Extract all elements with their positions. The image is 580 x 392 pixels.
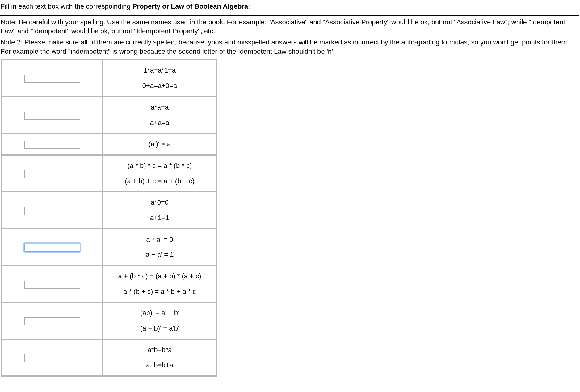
formula-text: a * (b + c) = a * b + a * c — [103, 284, 216, 299]
formula-text: a + a' = 1 — [103, 247, 216, 262]
formula-cell: a*a=aa+a=a — [103, 97, 217, 133]
formula-text: a*b=b*a — [103, 342, 216, 358]
table-row: a*a=aa+a=a — [2, 97, 217, 133]
answer-input[interactable] — [24, 112, 80, 120]
formula-text: (a')' = a — [103, 136, 216, 152]
answer-cell — [2, 192, 103, 228]
answer-input[interactable] — [24, 244, 80, 252]
divider — [0, 15, 579, 16]
instruction-bold: Property or Law of Boolean Algebra — [132, 2, 248, 10]
formula-text: a+1=1 — [103, 210, 216, 226]
instruction-main: Fill in each text box with the correspoi… — [1, 2, 579, 11]
answer-cell — [2, 339, 103, 376]
answer-cell — [2, 60, 103, 96]
instruction-pre: Fill in each text box with the correspoi… — [1, 2, 132, 10]
table-row: a*b=b*aa+b=b+a — [2, 339, 217, 376]
formula-text: (a * b) * c = a * (b * c) — [103, 158, 216, 173]
formula-text: a+a=a — [103, 115, 216, 131]
answer-input[interactable] — [24, 170, 80, 178]
formula-cell: a*0=0a+1=1 — [103, 192, 217, 228]
formula-text: (ab)' = a' + b' — [103, 305, 216, 321]
formula-cell: (a * b) * c = a * (b * c)(a + b) + c = a… — [103, 155, 217, 192]
formula-cell: (ab)' = a' + b'(a + b)' = a'b' — [103, 302, 217, 339]
answer-cell — [2, 155, 103, 192]
answer-input[interactable] — [24, 141, 80, 149]
formula-text: a + (b * c) = (a + b) * (a + c) — [103, 269, 216, 284]
formula-text: 1*a=a*1=a — [103, 63, 216, 78]
formula-text: a+b=b+a — [103, 357, 216, 373]
answer-input[interactable] — [24, 75, 80, 83]
answer-input[interactable] — [24, 207, 80, 215]
table-row: (a')' = a — [2, 133, 217, 155]
table-row: a + (b * c) = (a + b) * (a + c)a * (b + … — [2, 265, 217, 302]
table-row: a * a' = 0a + a' = 1 — [2, 229, 217, 265]
formula-text: (a + b)' = a'b' — [103, 321, 216, 336]
answer-input[interactable] — [24, 317, 80, 325]
answer-cell — [2, 265, 103, 302]
note-1: Note: Be careful with your spelling. Use… — [1, 18, 579, 36]
table-row: a*0=0a+1=1 — [2, 192, 217, 228]
instruction-post: : — [248, 2, 250, 10]
table-row: (ab)' = a' + b'(a + b)' = a'b' — [2, 302, 217, 339]
table-row: 1*a=a*1=a0+a=a+0=a — [2, 60, 217, 96]
table-row: (a * b) * c = a * (b * c)(a + b) + c = a… — [2, 155, 217, 192]
formula-text: a * a' = 0 — [103, 232, 216, 247]
formula-cell: a * a' = 0a + a' = 1 — [103, 229, 217, 265]
answer-input[interactable] — [24, 354, 80, 362]
answer-cell — [2, 229, 103, 265]
formula-cell: a + (b * c) = (a + b) * (a + c)a * (b + … — [103, 265, 217, 302]
answer-cell — [2, 133, 103, 155]
boolean-laws-table: 1*a=a*1=a0+a=a+0=aa*a=aa+a=a(a')' = a(a … — [1, 59, 217, 377]
formula-cell: (a')' = a — [103, 133, 217, 155]
formula-cell: a*b=b*aa+b=b+a — [103, 339, 217, 376]
formula-cell: 1*a=a*1=a0+a=a+0=a — [103, 60, 217, 96]
answer-cell — [2, 97, 103, 133]
formula-text: 0+a=a+0=a — [103, 78, 216, 94]
answer-cell — [2, 302, 103, 339]
answer-input[interactable] — [24, 281, 80, 289]
formula-text: a*0=0 — [103, 195, 216, 210]
formula-text: a*a=a — [103, 100, 216, 115]
formula-text: (a + b) + c = a + (b + c) — [103, 173, 216, 189]
note-2: Note 2: Please make sure all of them are… — [1, 38, 579, 56]
